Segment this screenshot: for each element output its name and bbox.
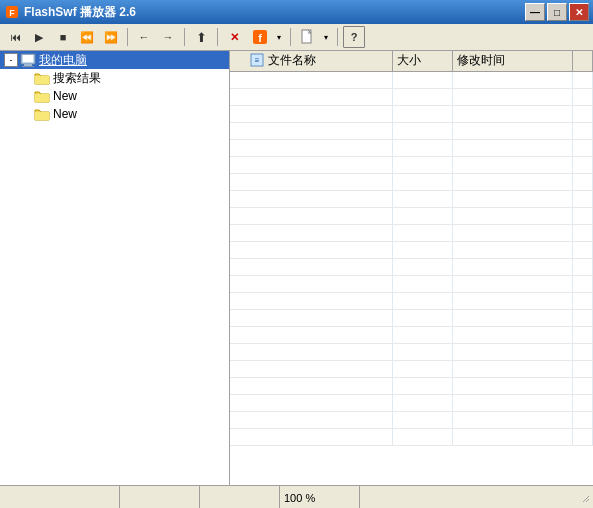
table-row[interactable]	[230, 156, 593, 173]
cell-extra	[573, 105, 593, 122]
play-prev-button[interactable]: ⏮	[4, 26, 26, 48]
table-row[interactable]	[230, 360, 593, 377]
upload-button[interactable]: ⬆	[190, 26, 212, 48]
cell-date	[453, 309, 573, 326]
cell-date	[453, 88, 573, 105]
resize-grip[interactable]	[577, 490, 593, 506]
cell-size	[393, 275, 453, 292]
tree-expand-my-computer[interactable]: -	[4, 53, 18, 67]
new-file-button[interactable]	[296, 26, 318, 48]
table-row[interactable]	[230, 292, 593, 309]
cell-size	[393, 190, 453, 207]
main-area: - 我的电脑 搜索结果	[0, 51, 593, 485]
table-row[interactable]	[230, 428, 593, 445]
cell-date	[453, 122, 573, 139]
table-row[interactable]	[230, 190, 593, 207]
cell-date	[453, 343, 573, 360]
table-row[interactable]	[230, 258, 593, 275]
rewind-button[interactable]: ⏪	[76, 26, 98, 48]
col-header-name[interactable]: ≡ 文件名称	[230, 51, 393, 71]
status-panel-2	[120, 486, 200, 508]
cell-name	[230, 156, 393, 173]
stop-button[interactable]: ■	[52, 26, 74, 48]
tree-label-new2: New	[53, 107, 77, 121]
file-header-icon: ≡	[250, 53, 264, 67]
tree-label-new1: New	[53, 89, 77, 103]
cell-date	[453, 190, 573, 207]
cell-extra	[573, 377, 593, 394]
cell-name	[230, 173, 393, 190]
cell-date	[453, 173, 573, 190]
cell-date	[453, 224, 573, 241]
cell-date	[453, 428, 573, 445]
minimize-button[interactable]: —	[525, 3, 545, 21]
cell-size	[393, 377, 453, 394]
table-row[interactable]	[230, 343, 593, 360]
table-row[interactable]	[230, 122, 593, 139]
back-button[interactable]: ←	[133, 26, 155, 48]
cell-date	[453, 360, 573, 377]
table-row[interactable]	[230, 275, 593, 292]
cell-name	[230, 292, 393, 309]
table-row[interactable]	[230, 241, 593, 258]
window-title: FlashSwf 播放器 2.6	[24, 4, 525, 21]
cell-extra	[573, 343, 593, 360]
table-row[interactable]	[230, 326, 593, 343]
cell-extra	[573, 275, 593, 292]
table-row[interactable]	[230, 71, 593, 88]
flash-button[interactable]: f	[247, 26, 273, 48]
separator-5	[337, 28, 338, 46]
tree-item-new1[interactable]: New	[0, 87, 229, 105]
svg-rect-8	[22, 66, 34, 67]
play-button[interactable]: ▶	[28, 26, 50, 48]
col-header-size[interactable]: 大小	[393, 51, 453, 71]
close-file-button[interactable]: ✕	[223, 26, 245, 48]
cell-size	[393, 105, 453, 122]
cell-extra	[573, 173, 593, 190]
cell-date	[453, 394, 573, 411]
col-header-date[interactable]: 修改时间	[453, 51, 573, 71]
table-row[interactable]	[230, 377, 593, 394]
maximize-button[interactable]: □	[547, 3, 567, 21]
flash-dropdown-arrow[interactable]: ▾	[273, 26, 285, 48]
computer-icon	[20, 53, 36, 67]
col-size-label: 大小	[397, 53, 421, 67]
table-row[interactable]	[230, 394, 593, 411]
cell-size	[393, 309, 453, 326]
close-button[interactable]: ✕	[569, 3, 589, 21]
table-row[interactable]	[230, 105, 593, 122]
cell-size	[393, 139, 453, 156]
table-row[interactable]	[230, 224, 593, 241]
cell-extra	[573, 394, 593, 411]
table-row[interactable]	[230, 309, 593, 326]
tree-item-search-results[interactable]: 搜索结果	[0, 69, 229, 87]
cell-extra	[573, 156, 593, 173]
tree-item-new2[interactable]: New	[0, 105, 229, 123]
cell-size	[393, 326, 453, 343]
cell-size	[393, 258, 453, 275]
table-row[interactable]	[230, 411, 593, 428]
svg-rect-7	[24, 64, 32, 66]
table-row[interactable]	[230, 88, 593, 105]
next-button[interactable]: →	[157, 26, 179, 48]
new-file-dropdown-arrow[interactable]: ▾	[320, 26, 332, 48]
cell-date	[453, 326, 573, 343]
help-button[interactable]: ?	[343, 26, 365, 48]
cell-date	[453, 207, 573, 224]
cell-extra	[573, 360, 593, 377]
table-row[interactable]	[230, 207, 593, 224]
cell-name	[230, 428, 393, 445]
separator-1	[127, 28, 128, 46]
cell-name	[230, 326, 393, 343]
folder-icon-new2	[34, 107, 50, 121]
tree-item-my-computer[interactable]: - 我的电脑	[0, 51, 229, 69]
svg-line-11	[583, 496, 589, 502]
table-row[interactable]	[230, 139, 593, 156]
cell-size	[393, 88, 453, 105]
table-row[interactable]	[230, 173, 593, 190]
cell-name	[230, 88, 393, 105]
cell-size	[393, 411, 453, 428]
cell-size	[393, 71, 453, 88]
flash-dropdown[interactable]: f ▾	[247, 26, 285, 48]
forward-button[interactable]: ⏩	[100, 26, 122, 48]
